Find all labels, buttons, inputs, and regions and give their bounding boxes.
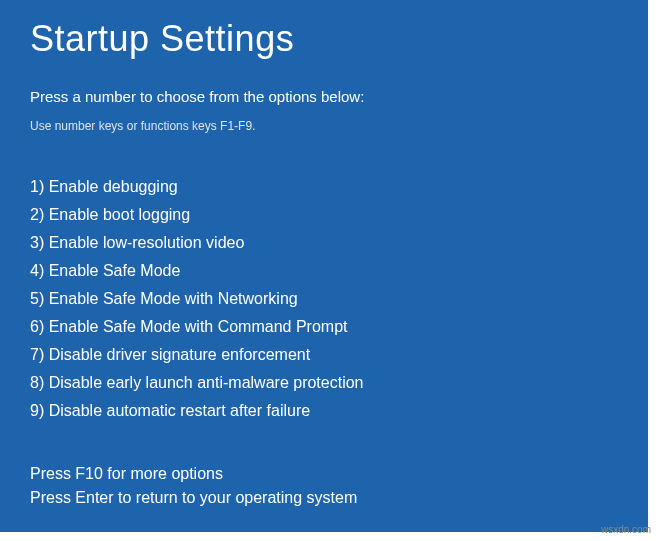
instruction-text: Press a number to choose from the option… — [30, 88, 618, 105]
option-3[interactable]: 3) Enable low-resolution video — [30, 229, 618, 257]
option-8[interactable]: 8) Disable early launch anti-malware pro… — [30, 369, 618, 397]
page-title: Startup Settings — [30, 18, 618, 60]
options-list: 1) Enable debugging 2) Enable boot loggi… — [30, 173, 618, 425]
option-9[interactable]: 9) Disable automatic restart after failu… — [30, 397, 618, 425]
footer-instructions: Press F10 for more options Press Enter t… — [30, 462, 357, 510]
option-7[interactable]: 7) Disable driver signature enforcement — [30, 341, 618, 369]
option-6[interactable]: 6) Enable Safe Mode with Command Prompt — [30, 313, 618, 341]
option-2[interactable]: 2) Enable boot logging — [30, 201, 618, 229]
option-4[interactable]: 4) Enable Safe Mode — [30, 257, 618, 285]
startup-settings-screen: Startup Settings Press a number to choos… — [0, 0, 648, 532]
option-5[interactable]: 5) Enable Safe Mode with Networking — [30, 285, 618, 313]
footer-more-options: Press F10 for more options — [30, 462, 357, 486]
watermark-text: wsxdn.com — [601, 524, 651, 535]
hint-text: Use number keys or functions keys F1-F9. — [30, 119, 618, 133]
footer-return: Press Enter to return to your operating … — [30, 486, 357, 510]
option-1[interactable]: 1) Enable debugging — [30, 173, 618, 201]
